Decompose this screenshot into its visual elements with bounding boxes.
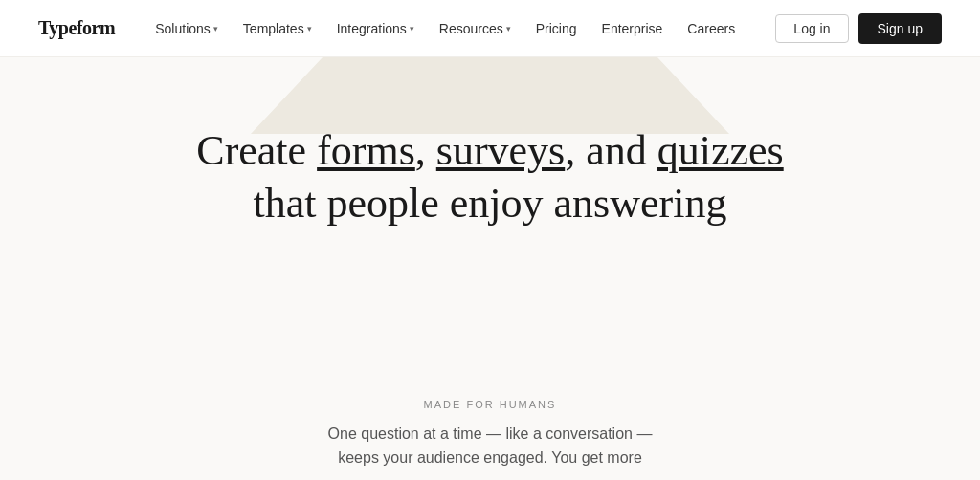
hero-content: Create forms, surveys, and quizzes that … <box>0 57 980 229</box>
hero-headline: Create forms, surveys, and quizzes that … <box>193 124 787 229</box>
logo: Typeform <box>38 17 115 39</box>
hero-text-prefix: Create <box>196 127 317 174</box>
nav-item-resources[interactable]: Resources ▾ <box>430 15 521 42</box>
hero-section: Create forms, surveys, and quizzes that … <box>0 57 980 480</box>
logo-text: Typeform <box>38 17 115 38</box>
chevron-down-icon: ▾ <box>506 24 511 33</box>
login-button[interactable]: Log in <box>775 14 848 43</box>
nav-item-integrations[interactable]: Integrations ▾ <box>327 15 424 42</box>
nav-link-integrations[interactable]: Integrations ▾ <box>327 15 424 42</box>
chevron-down-icon: ▾ <box>307 24 312 33</box>
section-humans: MADE FOR HUMANS One question at a time —… <box>0 399 980 480</box>
nav-item-templates[interactable]: Templates ▾ <box>234 15 322 42</box>
chevron-down-icon: ▾ <box>410 24 414 33</box>
nav-item-careers[interactable]: Careers <box>678 15 745 42</box>
section-description: One question at a time — like a conversa… <box>308 422 672 470</box>
hero-text-and: , and <box>565 127 657 174</box>
nav-item-pricing[interactable]: Pricing <box>526 15 587 42</box>
hero-link-forms[interactable]: forms <box>317 127 415 174</box>
nav-link-solutions[interactable]: Solutions ▾ <box>145 15 228 42</box>
navbar: Typeform Solutions ▾ Templates ▾ Integra… <box>0 0 980 57</box>
hero-link-surveys[interactable]: surveys <box>436 127 565 174</box>
hero-link-quizzes[interactable]: quizzes <box>657 127 784 174</box>
section-label: MADE FOR HUMANS <box>0 399 980 410</box>
nav-link-resources[interactable]: Resources ▾ <box>430 15 521 42</box>
nav-links: Solutions ▾ Templates ▾ Integrations ▾ R… <box>145 15 745 42</box>
nav-item-enterprise[interactable]: Enterprise <box>592 15 673 42</box>
nav-actions: Log in Sign up <box>775 13 942 44</box>
nav-link-pricing[interactable]: Pricing <box>526 15 587 42</box>
hero-text-suffix: that people enjoy answering <box>254 180 727 227</box>
nav-item-solutions[interactable]: Solutions ▾ <box>145 15 228 42</box>
nav-link-templates[interactable]: Templates ▾ <box>234 15 322 42</box>
signup-button[interactable]: Sign up <box>858 13 942 44</box>
nav-link-careers[interactable]: Careers <box>678 15 745 42</box>
chevron-down-icon: ▾ <box>213 24 218 33</box>
hero-comma1: , <box>415 127 436 174</box>
nav-link-enterprise[interactable]: Enterprise <box>592 15 673 42</box>
